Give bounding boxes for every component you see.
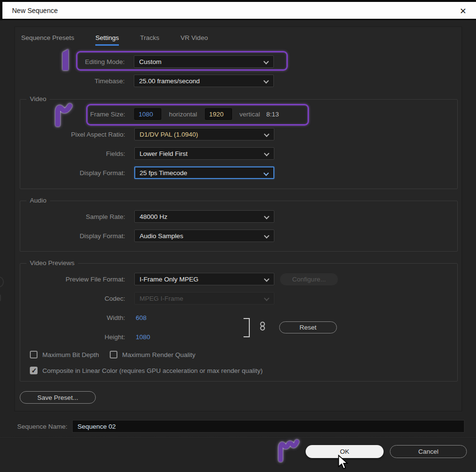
editing-mode-row: Editing Mode: Custom [15, 55, 274, 68]
bit-depth-row: Maximum Bit Depth Maximum Render Quality [30, 349, 195, 360]
preview-file-format-label: Preview File Format: [20, 276, 130, 283]
audio-display-format-label: Display Format: [20, 232, 130, 240]
chevron-down-icon [264, 276, 269, 281]
maximum-render-quality-label: Maximum Render Quality [122, 351, 195, 358]
maximum-bit-depth-label: Maximum Bit Depth [42, 351, 99, 358]
timebase-value: 25.00 frames/second [139, 77, 200, 85]
video-display-format-label: Display Format: [20, 169, 130, 177]
frame-size-label: Frame Size: [20, 111, 130, 118]
close-icon[interactable]: ✕ [457, 5, 469, 17]
sample-rate-value: 48000 Hz [140, 213, 167, 220]
new-sequence-dialog: New Sequence ✕ Sequence Presets Settings… [0, 0, 476, 472]
chevron-down-icon [263, 170, 269, 176]
video-group: Video Frame Size: horizontal vertical 8:… [20, 99, 458, 189]
pixel-aspect-ratio-label: Pixel Aspect Ratio: [20, 131, 130, 138]
preview-file-format-dropdown[interactable]: I-Frame Only MPEG [134, 273, 274, 285]
settings-panel: Sequence Presets Settings Tracks VR Vide… [14, 26, 462, 411]
preview-width-value[interactable]: 608 [136, 314, 147, 321]
video-display-format-dropdown[interactable]: 25 fps Timecode [134, 166, 274, 179]
video-display-format-value: 25 fps Timecode [140, 169, 187, 177]
audio-display-format-dropdown[interactable]: Audio Samples [134, 230, 274, 242]
video-group-label: Video [26, 95, 50, 102]
chevron-down-icon [263, 78, 269, 83]
aspect-ratio-value: 8:13 [266, 111, 279, 118]
codec-value: MPEG I-Frame [140, 295, 183, 302]
chevron-down-icon [264, 295, 269, 301]
audio-display-format-row: Display Format: Audio Samples [20, 230, 274, 242]
timebase-dropdown[interactable]: 25.00 frames/second [134, 75, 274, 87]
preview-width-row: Width: 608 [20, 312, 147, 323]
fields-label: Fields: [20, 150, 130, 157]
video-display-format-row: Display Format: 25 fps Timecode [20, 166, 274, 179]
sample-rate-row: Sample Rate: 48000 Hz [20, 210, 274, 223]
tab-sequence-presets[interactable]: Sequence Presets [21, 34, 74, 44]
frame-width-input[interactable] [134, 108, 161, 120]
tab-bar: Sequence Presets Settings Tracks VR Vide… [21, 34, 208, 44]
frame-size-row: Frame Size: horizontal vertical 8:13 [20, 108, 279, 120]
horizontal-label: horizontal [169, 111, 197, 118]
link-icon[interactable] [259, 321, 266, 331]
pixel-aspect-ratio-row: Pixel Aspect Ratio: D1/DV PAL (1.0940) [20, 128, 274, 140]
footer-divider [0, 436, 476, 437]
preview-height-row: Height: 1080 [20, 331, 150, 343]
editing-mode-label: Editing Mode: [15, 58, 129, 65]
sequence-name-label: Sequence Name: [0, 423, 67, 430]
save-preset-button[interactable]: Save Preset... [20, 391, 96, 404]
codec-row: Codec: MPEG I-Frame [20, 292, 274, 305]
chevron-down-icon [264, 233, 269, 238]
sequence-name-input[interactable] [72, 420, 464, 433]
titlebar: New Sequence ✕ [0, 0, 476, 20]
pixel-aspect-ratio-dropdown[interactable]: D1/DV PAL (1.0940) [134, 128, 274, 140]
tab-vr-video[interactable]: VR Video [180, 34, 208, 44]
maximum-bit-depth-checkbox[interactable] [30, 351, 38, 358]
step3-annotation-icon [277, 439, 301, 462]
tab-settings[interactable]: Settings [95, 34, 119, 44]
sample-rate-label: Sample Rate: [20, 213, 130, 220]
chevron-down-icon [264, 131, 269, 137]
video-previews-group: Video Previews Preview File Format: I-Fr… [20, 263, 458, 382]
codec-label: Codec: [20, 295, 130, 302]
maximum-render-quality-checkbox[interactable] [110, 351, 117, 358]
sample-rate-dropdown[interactable]: 48000 Hz [134, 210, 274, 223]
video-previews-group-label: Video Previews [26, 259, 78, 267]
edge-artifact [0, 277, 4, 287]
editing-mode-value: Custom [139, 58, 162, 65]
composite-linear-color-checkbox[interactable] [30, 367, 38, 374]
fields-value: Lower Field First [140, 150, 188, 157]
edge-artifact [0, 294, 1, 301]
frame-height-input[interactable] [205, 108, 232, 120]
reset-button[interactable]: Reset [279, 321, 337, 333]
composite-linear-color-label: Composite in Linear Color (requires GPU … [42, 367, 263, 374]
audio-display-format-value: Audio Samples [140, 232, 183, 240]
chevron-down-icon [264, 151, 269, 156]
timebase-row: Timebase: 25.00 frames/second [15, 75, 274, 87]
pixel-aspect-ratio-value: D1/DV PAL (1.0940) [140, 131, 198, 138]
configure-button: Configure... [280, 273, 338, 285]
editing-mode-dropdown[interactable]: Custom [134, 55, 274, 68]
timebase-label: Timebase: [15, 77, 129, 85]
preview-height-value[interactable]: 1080 [136, 333, 150, 341]
dialog-title: New Sequence [12, 7, 58, 14]
tab-tracks[interactable]: Tracks [140, 34, 159, 44]
preview-height-label: Height: [20, 333, 130, 341]
preview-file-format-value: I-Frame Only MPEG [140, 276, 198, 283]
chevron-down-icon [263, 59, 269, 64]
preview-width-label: Width: [20, 314, 130, 321]
fields-row: Fields: Lower Field First [20, 147, 274, 160]
fields-dropdown[interactable]: Lower Field First [134, 147, 274, 160]
cancel-button[interactable]: Cancel [390, 445, 467, 458]
linear-color-row: Composite in Linear Color (requires GPU … [30, 365, 263, 376]
audio-group-label: Audio [26, 197, 50, 204]
audio-group: Audio Sample Rate: 48000 Hz Display Form… [20, 201, 458, 252]
codec-dropdown: MPEG I-Frame [134, 292, 274, 305]
mouse-cursor [338, 455, 348, 470]
chevron-down-icon [264, 214, 269, 219]
vertical-label: vertical [240, 111, 260, 118]
link-bracket [244, 318, 250, 337]
preview-file-format-row: Preview File Format: I-Frame Only MPEG [20, 273, 274, 285]
